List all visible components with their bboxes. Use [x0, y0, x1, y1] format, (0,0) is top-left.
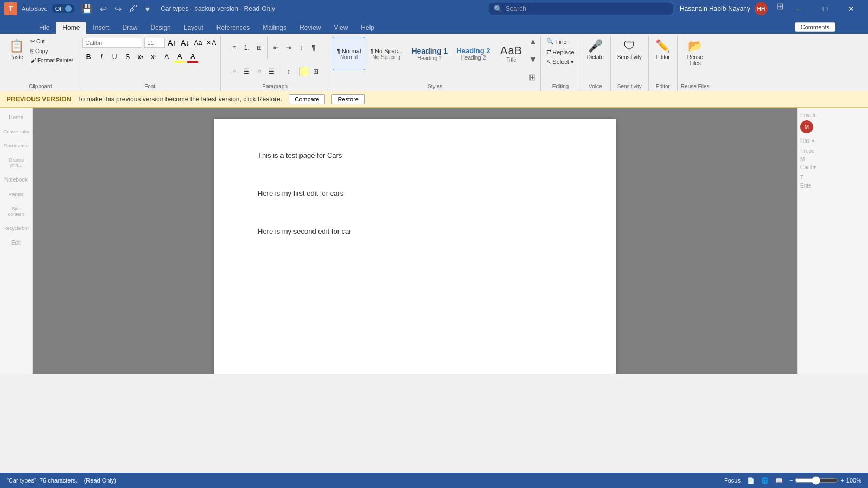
shading-button[interactable]	[299, 67, 309, 76]
zoom-in-icon[interactable]: +	[840, 477, 844, 484]
text-highlight-button[interactable]: A	[174, 51, 186, 63]
sidebar-notebook[interactable]: Notebook	[2, 175, 30, 185]
line-spacing-button[interactable]: ↕	[283, 66, 295, 78]
pen-icon[interactable]: 🖊	[127, 3, 140, 15]
font-color-button[interactable]: A	[187, 51, 199, 63]
style-title[interactable]: AaB Title	[495, 37, 528, 70]
tab-draw[interactable]: Draw	[116, 22, 144, 34]
reuse-button[interactable]: 📂 Reuse Files	[684, 37, 706, 68]
increase-indent-button[interactable]: ⇥	[283, 42, 295, 54]
tab-references[interactable]: References	[210, 22, 256, 34]
text-effects-button[interactable]: A	[161, 51, 173, 63]
paste-button[interactable]: 📋 Paste	[5, 37, 27, 62]
tab-layout[interactable]: Layout	[177, 22, 210, 34]
sidebar-recycle[interactable]: Recycle bin	[2, 223, 30, 233]
tab-review[interactable]: Review	[293, 22, 327, 34]
underline-button[interactable]: U	[108, 51, 120, 63]
user-avatar[interactable]: HH	[755, 2, 768, 15]
redo-icon[interactable]: ↪	[112, 3, 124, 15]
sidebar-shared[interactable]: Shared with...	[2, 155, 30, 170]
read-only-label: (Read Only)	[84, 477, 116, 484]
sensitivity-button[interactable]: 🛡 Sensitivity	[614, 37, 645, 62]
replace-button[interactable]: ⇄ Replace	[544, 47, 576, 56]
style-heading2[interactable]: Heading 2 Heading 2	[452, 37, 494, 70]
layout-icon[interactable]: ⊞	[774, 0, 786, 17]
justify-button[interactable]: ☰	[266, 66, 278, 78]
align-right-button[interactable]: ≡	[253, 66, 265, 78]
bullets-button[interactable]: ≡	[228, 42, 240, 54]
styles-scroll: ▲ ▼ ⊞	[529, 37, 538, 82]
reuse-icon: 📂	[688, 39, 703, 53]
undo-icon[interactable]: ↩	[98, 3, 109, 15]
case-button[interactable]: Aa	[192, 37, 204, 49]
sidebar-edit[interactable]: Edit	[2, 237, 30, 248]
dropdown-icon[interactable]: ▾	[143, 3, 152, 15]
shrink-font-button[interactable]: A↓	[179, 37, 191, 49]
tab-view[interactable]: View	[328, 22, 355, 34]
select-button[interactable]: ↖ Select ▾	[544, 57, 576, 67]
cut-button[interactable]: ✂ Cut	[28, 37, 75, 46]
font-size-input[interactable]	[144, 38, 165, 48]
find-button[interactable]: 🔍 Find	[544, 37, 569, 46]
maximize-button[interactable]: □	[813, 0, 838, 17]
sort-button[interactable]: ↕	[295, 42, 307, 54]
search-box[interactable]: 🔍 Search	[489, 3, 673, 15]
styles-more[interactable]: ⊞	[529, 72, 538, 82]
italic-button[interactable]: I	[95, 51, 107, 63]
compare-button[interactable]: Compare	[289, 94, 325, 104]
autosave-toggle[interactable]: Off	[52, 4, 75, 13]
focus-button[interactable]: Focus	[724, 477, 741, 484]
numbering-button[interactable]: 1.	[241, 42, 253, 54]
sidebar-convo[interactable]: Conversatio...	[2, 127, 30, 137]
right-m: M	[800, 156, 866, 162]
sidebar-home[interactable]: Home	[2, 112, 30, 123]
zoom-out-icon[interactable]: −	[789, 477, 793, 484]
sidebar-pages[interactable]: Pages	[2, 189, 30, 200]
font-name-input[interactable]	[82, 38, 142, 48]
font-row-1: A↑ A↓ Aa ✕A	[82, 37, 217, 49]
view-read-icon[interactable]: 📖	[775, 477, 783, 484]
voice-label: Voice	[589, 82, 602, 89]
decrease-indent-button[interactable]: ⇤	[270, 42, 282, 54]
editor-button[interactable]: ✏️ Editor	[652, 37, 674, 62]
show-marks-button[interactable]: ¶	[308, 42, 320, 54]
sidebar-site[interactable]: Site content	[2, 204, 30, 219]
tab-mailings[interactable]: Mailings	[256, 22, 293, 34]
superscript-button[interactable]: x²	[148, 51, 159, 63]
tab-help[interactable]: Help	[354, 22, 381, 34]
zoom-slider[interactable]	[795, 476, 838, 485]
minimize-button[interactable]: ─	[787, 0, 812, 17]
ribbon-group-editing: 🔍 Find ⇄ Replace ↖ Select ▾ Editing	[541, 36, 580, 91]
bold-button[interactable]: B	[82, 51, 94, 63]
format-painter-button[interactable]: 🖌 Format Painter	[28, 56, 75, 65]
align-center-button[interactable]: ☰	[241, 66, 253, 78]
strikethrough-button[interactable]: S	[122, 51, 133, 63]
copy-button[interactable]: ⎘ Copy	[28, 47, 75, 55]
styles-scroll-down[interactable]: ▼	[529, 55, 538, 65]
tab-insert[interactable]: Insert	[86, 22, 116, 34]
multilevel-button[interactable]: ⊞	[253, 42, 265, 54]
document-page[interactable]: This is a test page for Cars Here is my …	[214, 119, 616, 374]
search-icon: 🔍	[494, 5, 502, 13]
style-nospace[interactable]: ¶ No Spac... No Spacing	[366, 37, 406, 70]
styles-scroll-up[interactable]: ▲	[529, 37, 538, 47]
tab-home[interactable]: Home	[56, 22, 86, 34]
sidebar-docs[interactable]: Documents	[2, 141, 30, 151]
close-button[interactable]: ✕	[839, 0, 864, 17]
editor-label: Editor	[656, 82, 670, 89]
view-print-icon[interactable]: 📄	[747, 477, 755, 484]
style-normal[interactable]: ¶ Normal Normal	[333, 37, 365, 70]
subscript-button[interactable]: x₂	[135, 51, 146, 63]
dictate-button[interactable]: 🎤 Dictate	[584, 37, 607, 62]
save-icon[interactable]: 💾	[79, 3, 94, 15]
tab-design[interactable]: Design	[144, 22, 177, 34]
view-web-icon[interactable]: 🌐	[761, 477, 769, 484]
borders-button[interactable]: ⊞	[310, 66, 322, 78]
comments-button[interactable]: Comments	[795, 22, 835, 32]
restore-button[interactable]: Restore	[331, 94, 365, 104]
tab-file[interactable]: File	[33, 22, 56, 34]
clear-format-button[interactable]: ✕A	[205, 37, 217, 49]
grow-font-button[interactable]: A↑	[166, 37, 178, 49]
style-heading1[interactable]: Heading 1 Heading 1	[407, 37, 451, 70]
align-left-button[interactable]: ≡	[228, 66, 240, 78]
